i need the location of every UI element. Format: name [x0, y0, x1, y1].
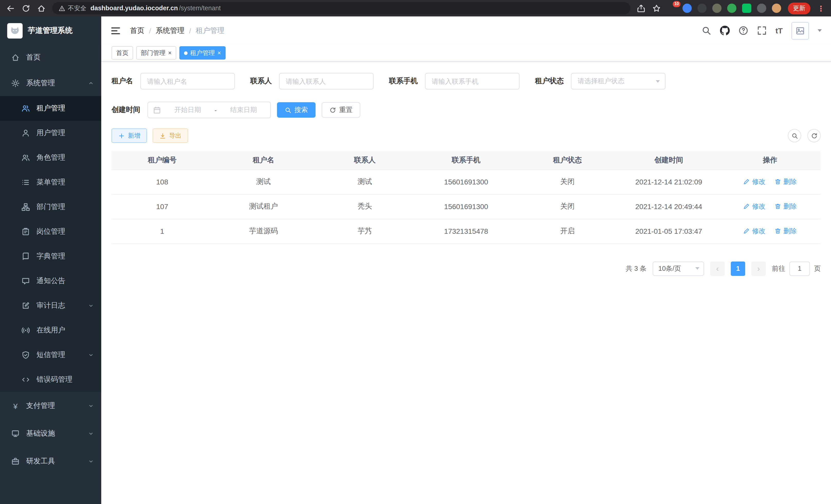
browser-extensions: 10 — [667, 4, 781, 13]
extension-icon[interactable] — [697, 4, 707, 13]
sidebar-item-sms[interactable]: 短信管理 — [0, 343, 101, 367]
address-bar[interactable]: 不安全 dashboard.yudao.iocoder.cn/system/te… — [52, 2, 630, 14]
sidebar-item-error-code[interactable]: 错误码管理 — [0, 367, 101, 392]
edit-button[interactable]: 修改 — [743, 177, 766, 186]
goto-label: 前往 — [772, 264, 785, 273]
column-header-status: 租户状态 — [517, 151, 618, 170]
bookmark-star-icon[interactable] — [652, 4, 661, 12]
sidebar-item-home[interactable]: 首页 — [0, 45, 101, 70]
extension-icon[interactable] — [712, 4, 721, 13]
header-actions: tT — [701, 22, 822, 39]
refresh-table-button[interactable] — [807, 129, 821, 142]
date-range-picker[interactable]: 开始日期 - 结束日期 — [147, 102, 271, 118]
sidebar-item-payment[interactable]: ¥ 支付管理 — [0, 392, 101, 420]
next-page-button[interactable]: › — [751, 261, 766, 276]
extension-icon[interactable] — [683, 4, 692, 13]
sidebar-item-dict[interactable]: 字典管理 — [0, 244, 101, 269]
edit-label: 修改 — [752, 227, 766, 236]
trash-icon — [775, 228, 781, 235]
sidebar-item-tenant[interactable]: 租户管理 — [0, 96, 101, 121]
share-icon[interactable] — [637, 4, 646, 12]
sidebar-item-role[interactable]: 角色管理 — [0, 145, 101, 170]
create-time-label: 创建时间 — [112, 105, 140, 115]
goto-page-input[interactable] — [790, 261, 810, 276]
close-icon[interactable]: × — [168, 50, 172, 56]
column-header-phone: 联系手机 — [416, 151, 517, 170]
cell-actions: 修改 删除 — [719, 194, 821, 219]
search-icon[interactable] — [701, 26, 711, 35]
extension-icon[interactable]: 10 — [667, 4, 677, 13]
sidebar-item-label: 角色管理 — [36, 153, 65, 162]
dictionary-icon — [22, 252, 30, 261]
breadcrumb-home[interactable]: 首页 — [130, 26, 144, 35]
roles-icon — [22, 154, 30, 162]
chevron-down-icon[interactable] — [818, 29, 822, 32]
trash-icon — [775, 179, 781, 185]
add-button[interactable]: 新增 — [112, 128, 147, 143]
sidebar-item-audit-log[interactable]: 审计日志 — [0, 293, 101, 318]
app-logo: 芋道管理系统 — [0, 17, 101, 45]
tenant-name-input[interactable] — [140, 73, 235, 89]
tenant-name-label: 租户名 — [112, 77, 133, 86]
home-icon[interactable] — [37, 4, 46, 12]
tenant-status-select[interactable]: 请选择租户状态 — [571, 73, 665, 89]
sidebar-item-dev-tools[interactable]: 研发工具 — [0, 447, 101, 475]
browser-menu-icon[interactable]: ⋮ — [817, 4, 825, 12]
sidebar-item-online-users[interactable]: 在线用户 — [0, 318, 101, 343]
help-icon[interactable] — [739, 26, 748, 35]
sidebar: 芋道管理系统 首页 系统管理 租户管理 用户管理 角色管理 — [0, 17, 101, 504]
back-icon[interactable] — [6, 4, 15, 12]
reset-button[interactable]: 重置 — [322, 102, 360, 118]
edit-label: 修改 — [752, 202, 766, 211]
sidebar-item-menu[interactable]: 菜单管理 — [0, 170, 101, 195]
github-icon[interactable] — [720, 26, 730, 35]
column-header-tenant-id: 租户编号 — [112, 151, 213, 170]
cell-created: 2021-01-05 17:03:47 — [618, 219, 719, 243]
font-size-icon[interactable]: tT — [775, 26, 783, 35]
profile-avatar-icon[interactable] — [772, 4, 781, 13]
sidebar-item-label: 支付管理 — [26, 401, 55, 411]
extension-icon[interactable] — [742, 4, 751, 13]
delete-button[interactable]: 删除 — [775, 177, 797, 186]
toggle-search-button[interactable] — [788, 129, 801, 142]
contact-label: 联系人 — [250, 77, 272, 86]
edit-button[interactable]: 修改 — [743, 202, 766, 211]
app-root: 不安全 dashboard.yudao.iocoder.cn/system/te… — [0, 0, 831, 504]
chrome-update-button[interactable]: 更新 — [788, 2, 810, 14]
sidebar-item-label: 审计日志 — [36, 301, 65, 310]
extension-icon[interactable] — [727, 4, 737, 13]
refresh-icon[interactable] — [22, 4, 30, 12]
current-page-button[interactable]: 1 — [731, 261, 745, 276]
phone-input[interactable] — [425, 73, 520, 89]
column-header-actions: 操作 — [719, 151, 821, 170]
sidebar-item-post[interactable]: 岗位管理 — [0, 219, 101, 244]
yen-icon: ¥ — [11, 402, 20, 410]
logo-image — [7, 23, 23, 38]
sidebar-item-system[interactable]: 系统管理 — [0, 70, 101, 96]
fullscreen-icon[interactable] — [757, 26, 767, 35]
tag-dept[interactable]: 部门管理 × — [136, 46, 176, 60]
tag-home[interactable]: 首页 — [112, 46, 133, 60]
contact-input[interactable] — [279, 73, 374, 89]
sidebar-item-infrastructure[interactable]: 基础设施 — [0, 420, 101, 447]
sidebar-item-notice[interactable]: 通知公告 — [0, 269, 101, 293]
breadcrumb-system[interactable]: 系统管理 — [156, 26, 184, 35]
refresh-icon — [329, 107, 336, 113]
sidebar-item-user[interactable]: 用户管理 — [0, 121, 101, 145]
prev-page-button[interactable]: ‹ — [710, 261, 725, 276]
tag-tenant[interactable]: 租户管理 × — [179, 46, 226, 60]
security-warning[interactable]: 不安全 — [59, 4, 86, 12]
close-icon[interactable]: × — [218, 50, 221, 56]
tenant-table: 租户编号 租户名 联系人 联系手机 租户状态 创建时间 操作 108 测试 — [112, 151, 821, 244]
hamburger-icon[interactable] — [111, 25, 121, 36]
delete-button[interactable]: 删除 — [775, 202, 797, 211]
security-warning-label: 不安全 — [68, 4, 86, 12]
avatar[interactable] — [792, 22, 809, 39]
edit-button[interactable]: 修改 — [743, 227, 766, 236]
puzzle-icon[interactable] — [757, 4, 766, 13]
page-size-select[interactable]: 10条/页 — [653, 261, 704, 276]
export-button[interactable]: 导出 — [153, 128, 188, 143]
sidebar-item-dept[interactable]: 部门管理 — [0, 195, 101, 219]
search-button[interactable]: 搜索 — [277, 102, 316, 118]
delete-button[interactable]: 删除 — [775, 227, 797, 236]
